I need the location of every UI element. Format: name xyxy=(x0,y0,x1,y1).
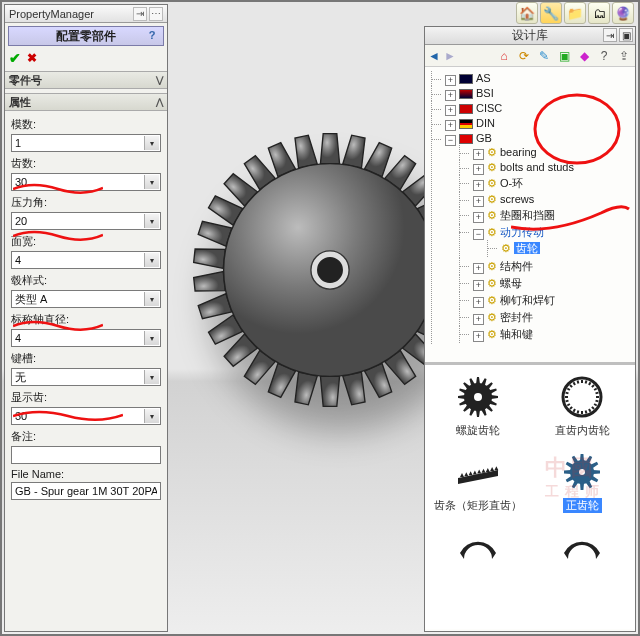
tree-item-cisc[interactable]: +CISC xyxy=(431,101,633,116)
library-toolbar: ◄ ► ⌂ ⟳ ✎ ▣ ◆ ? ⇪ xyxy=(425,45,635,67)
thumb-label: 直齿内齿轮 xyxy=(555,424,610,436)
tree-item-gb[interactable]: −GB +⚙bearing +⚙bolts and studs +⚙O-环 +⚙… xyxy=(431,131,633,344)
chevron-down-icon[interactable]: ▾ xyxy=(144,409,159,423)
chevron-down-icon[interactable]: ▾ xyxy=(144,253,159,267)
pm-title-bar: 配置零部件 ? xyxy=(8,26,164,46)
chevron-up-icon: ⋀ xyxy=(156,97,163,107)
svg-point-2 xyxy=(318,258,343,283)
svg-point-7 xyxy=(579,469,585,475)
pm-header-text: PropertyManager xyxy=(9,8,94,20)
attributes-header[interactable]: 属性 ⋀ xyxy=(5,93,167,111)
filename-input[interactable]: GB - Spur gear 1M 30T 20PA xyxy=(11,482,161,500)
svg-point-5 xyxy=(563,378,601,416)
tree-item[interactable]: +⚙screws xyxy=(459,192,633,207)
appearances-icon[interactable]: 🔮 xyxy=(612,2,634,24)
design-library-panel: 设计库 ⇥▣ ◄ ► ⌂ ⟳ ✎ ▣ ◆ ? ⇪ +AS +BSI +CISC … xyxy=(424,26,636,632)
partnumber-header[interactable]: 零件号 ⋁ xyxy=(5,71,167,89)
task-pane-tabs: 🏠 🔧 📁 🗂 🔮 xyxy=(516,2,634,24)
svg-point-4 xyxy=(474,393,482,401)
gear-thumbnails: (function(){var g=document.getElementByI… xyxy=(425,365,635,629)
thumb-partial-1[interactable] xyxy=(427,521,529,577)
attributes-header-text: 属性 xyxy=(9,95,31,110)
chevron-down-icon[interactable]: ▾ xyxy=(144,331,159,345)
tree-item[interactable]: +⚙bearing xyxy=(459,145,633,160)
pressure-label: 压力角: xyxy=(11,195,161,210)
tree-item[interactable]: +⚙垫圈和挡圈 xyxy=(459,207,633,224)
tree-item[interactable]: +⚙螺母 xyxy=(459,275,633,292)
chevron-down-icon[interactable]: ▾ xyxy=(144,292,159,306)
chevron-down-icon: ⋁ xyxy=(156,75,163,85)
tb-icon-3[interactable]: ✎ xyxy=(536,48,552,64)
forward-button[interactable]: ► xyxy=(444,49,456,63)
home-icon[interactable]: 🏠 xyxy=(516,2,538,24)
teeth-combo[interactable]: 30▾ xyxy=(11,173,161,191)
help-icon[interactable]: ? xyxy=(145,29,159,43)
showtooth-label: 显示齿: xyxy=(11,390,161,405)
chevron-down-icon[interactable]: ▾ xyxy=(144,214,159,228)
remark-input[interactable] xyxy=(11,446,161,464)
design-library-title-text: 设计库 xyxy=(512,27,548,44)
app-root: (function(){var g=document.getElementByI… xyxy=(0,0,640,636)
tree-item-gears[interactable]: ⚙齿轮 xyxy=(487,240,633,257)
thumb-label: 螺旋齿轮 xyxy=(456,424,500,436)
attributes-form: 模数: 1▾ 齿数: 30▾ 压力角: 20▾ 面宽: 4▾ 毂样式: 类型 A… xyxy=(5,111,167,502)
standards-tree[interactable]: +AS +BSI +CISC +DIN −GB +⚙bearing +⚙bolt… xyxy=(425,67,635,365)
thumb-rack[interactable]: (function(){var g=document.getElementByI… xyxy=(427,446,529,517)
property-manager-panel: PropertyManager ⇥ ⋯ 配置零部件 ? ✔ ✖ 零件号 ⋁ 属性… xyxy=(4,4,168,632)
showtooth-combo[interactable]: 30▾ xyxy=(11,407,161,425)
thumb-label: 齿条（矩形直齿） xyxy=(434,499,522,511)
tb-icon-4[interactable]: ▣ xyxy=(556,48,572,64)
thumb-spur-gear[interactable]: (function(){var g=document.getElementByI… xyxy=(531,446,633,517)
close-icon[interactable]: ▣ xyxy=(619,28,633,42)
tree-item-din[interactable]: +DIN xyxy=(431,116,633,131)
partnumber-header-text: 零件号 xyxy=(9,73,42,88)
thumb-internal-gear[interactable]: (function(){var g=document.getElementByI… xyxy=(531,371,633,442)
autohide-icon[interactable]: ⇥ xyxy=(603,28,617,42)
tb-icon-6[interactable]: ? xyxy=(596,48,612,64)
thumb-partial-2[interactable] xyxy=(531,521,633,577)
keyway-combo[interactable]: 无▾ xyxy=(11,368,161,386)
chevron-down-icon[interactable]: ▾ xyxy=(144,175,159,189)
nomdia-label: 标称轴直径: xyxy=(11,312,161,327)
nomdia-combo[interactable]: 4▾ xyxy=(11,329,161,347)
keyway-label: 键槽: xyxy=(11,351,161,366)
tb-icon-2[interactable]: ⟳ xyxy=(516,48,532,64)
remark-label: 备注: xyxy=(11,429,161,444)
file-explorer-icon[interactable]: 📁 xyxy=(564,2,586,24)
hubstyle-combo[interactable]: 类型 A▾ xyxy=(11,290,161,308)
tree-item[interactable]: +⚙密封件 xyxy=(459,309,633,326)
tree-item-power[interactable]: −⚙动力传动 ⚙齿轮 xyxy=(459,224,633,258)
cancel-button[interactable]: ✖ xyxy=(27,51,37,65)
chevron-down-icon[interactable]: ▾ xyxy=(144,136,159,150)
thumb-helical-gear[interactable]: (function(){var g=document.getElementByI… xyxy=(427,371,529,442)
thumb-label: 正齿轮 xyxy=(563,498,602,513)
teeth-label: 齿数: xyxy=(11,156,161,171)
modulus-combo[interactable]: 1▾ xyxy=(11,134,161,152)
back-button[interactable]: ◄ xyxy=(428,49,440,63)
pressure-combo[interactable]: 20▾ xyxy=(11,212,161,230)
modulus-label: 模数: xyxy=(11,117,161,132)
filename-label: File Name: xyxy=(11,468,161,480)
tree-item[interactable]: +⚙轴和键 xyxy=(459,326,633,343)
tb-icon-7[interactable]: ⇪ xyxy=(616,48,632,64)
tb-icon-1[interactable]: ⌂ xyxy=(496,48,512,64)
design-library-icon[interactable]: 🔧 xyxy=(540,2,562,24)
pin-icon[interactable]: ⇥ xyxy=(133,7,147,21)
tree-item[interactable]: +⚙柳钉和焊钉 xyxy=(459,292,633,309)
ok-button[interactable]: ✔ xyxy=(9,50,21,66)
chevron-down-icon[interactable]: ▾ xyxy=(144,370,159,384)
width-label: 面宽: xyxy=(11,234,161,249)
tree-item-as[interactable]: +AS xyxy=(431,71,633,86)
tree-item[interactable]: +⚙结构件 xyxy=(459,258,633,275)
tb-icon-5[interactable]: ◆ xyxy=(576,48,592,64)
hubstyle-label: 毂样式: xyxy=(11,273,161,288)
tree-item[interactable]: +⚙O-环 xyxy=(459,175,633,192)
pm-header: PropertyManager ⇥ ⋯ xyxy=(5,5,167,23)
pm-title-text: 配置零部件 xyxy=(56,28,116,45)
tree-item-bsi[interactable]: +BSI xyxy=(431,86,633,101)
width-combo[interactable]: 4▾ xyxy=(11,251,161,269)
tree-item[interactable]: +⚙bolts and studs xyxy=(459,160,633,175)
pm-commit-row: ✔ ✖ xyxy=(5,49,167,67)
more-icon[interactable]: ⋯ xyxy=(149,7,163,21)
view-palette-icon[interactable]: 🗂 xyxy=(588,2,610,24)
